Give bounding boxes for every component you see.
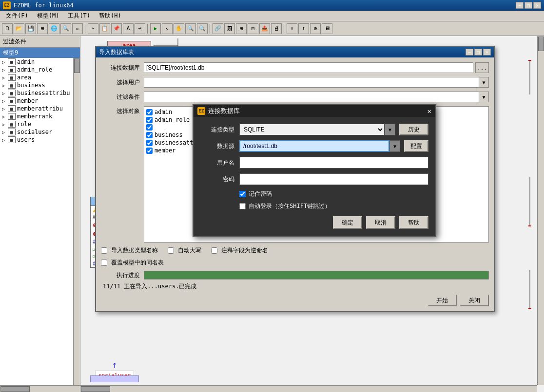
connect-type-arrow[interactable]: ▼ (385, 124, 395, 135)
tree-item-socialuser[interactable]: ▷ ▦ socialuser (0, 128, 73, 136)
tree-item-label: member (17, 97, 38, 104)
canvas-hscrollbar[interactable] (80, 385, 537, 392)
import-close-button[interactable]: 关闭 (460, 295, 489, 306)
tree-item-admin-role[interactable]: ▷ ▦ admin_role (0, 66, 73, 74)
tree-item-businessattribu[interactable]: ▷ ▦ businessattribu (0, 89, 73, 97)
filter-wrapper: ▼ (144, 92, 489, 102)
checkbox-admin-role-input[interactable] (146, 117, 153, 123)
menu-tools[interactable]: 工具(T) (64, 11, 94, 21)
toolbar-new-btn[interactable]: 🗋 (2, 23, 13, 34)
tree-item-admin[interactable]: ▷ ▦ admin (0, 58, 73, 66)
table-icon: ▦ (8, 82, 16, 89)
menu-file[interactable]: 文件(F) (2, 11, 32, 21)
toolbar-save-btn[interactable]: 💾 (25, 23, 36, 34)
cancel-button[interactable]: 取消 (366, 216, 395, 229)
toolbar-link-btn[interactable]: 🔗 (213, 23, 223, 34)
toolbar-undo-btn[interactable]: ↩ (135, 23, 145, 34)
checkbox-business-input[interactable] (146, 132, 153, 138)
import-dialog-min-btn[interactable]: — (466, 49, 473, 56)
toolbar-zoomin-btn[interactable]: 🔍 (185, 23, 196, 34)
tree-item-role[interactable]: ▷ ▦ role (0, 120, 73, 128)
tree-vscroll-thumb[interactable] (74, 58, 80, 73)
toolbar-settings-btn[interactable]: ⚙ (310, 23, 321, 34)
toolbar-zoomout-btn[interactable]: 🔍 (197, 23, 208, 34)
toolbar-import-btn[interactable]: ⬇ (287, 23, 297, 34)
toolbar-grid-btn[interactable]: ⊞ (37, 23, 48, 34)
toolbar-search-btn[interactable]: 🔍 (60, 23, 71, 34)
minimize-button[interactable]: — (516, 2, 524, 9)
tree-header-label: 模型9 (3, 49, 18, 57)
toolbar-cut-btn[interactable]: ✂ (88, 23, 98, 34)
tree-hscroll-thumb[interactable] (0, 386, 30, 392)
toolbar-grid2-btn[interactable]: ⊞ (236, 23, 247, 34)
confirm-button[interactable]: 确定 (333, 216, 362, 229)
filter-dropdown[interactable] (144, 92, 479, 102)
checkbox-member-input[interactable] (146, 148, 153, 154)
connection-db-input[interactable] (144, 62, 473, 73)
tree-item-member[interactable]: ▷ ▦ member (0, 97, 73, 105)
checkbox-empty-input[interactable] (146, 124, 153, 131)
overwrite-checkbox[interactable] (101, 260, 107, 266)
tree-item-memberattribu[interactable]: ▷ ▦ memberattribu (0, 105, 73, 112)
history-button[interactable]: 历史 (399, 124, 428, 135)
toolbar-db-btn[interactable]: 🌐 (49, 23, 59, 34)
auto-login-checkbox[interactable] (239, 203, 246, 209)
username-input[interactable] (239, 157, 428, 168)
toolbar-select-btn[interactable]: ↖ (162, 23, 173, 34)
reverse-name-checkbox[interactable] (211, 247, 217, 254)
tree-item-users[interactable]: ▷ ▦ users (0, 136, 73, 144)
help-button[interactable]: 帮助 (399, 216, 428, 229)
toolbar-layout-btn[interactable]: ⊡ (248, 23, 258, 34)
toolbar-edit-btn[interactable]: ✏ (72, 23, 83, 34)
bottom-options: 导入数据类型名称 自动大写 注释字段为逆命名 覆盖模型中的同 (101, 246, 489, 267)
import-type-checkbox[interactable] (101, 247, 107, 254)
tree-hscrollbar[interactable] (0, 385, 80, 392)
toolbar-monitor-btn[interactable]: 🖥 (322, 23, 332, 34)
filter-arrow[interactable]: ▼ (479, 92, 489, 102)
menu-help[interactable]: 帮助(H) (95, 11, 125, 21)
toolbar-open-btn[interactable]: 📂 (14, 23, 24, 34)
auto-uppercase-row: 自动大写 (168, 246, 201, 255)
auto-uppercase-checkbox[interactable] (168, 247, 174, 254)
start-button[interactable]: 开始 (427, 295, 457, 306)
close-button[interactable]: ✕ (533, 2, 541, 9)
toolbar-img-btn[interactable]: 🖼 (224, 23, 235, 34)
connect-type-dropdown[interactable]: SQLITE (239, 124, 385, 135)
tree-item-area[interactable]: ▷ ▦ area (0, 74, 73, 81)
maximize-button[interactable]: □ (525, 2, 532, 9)
data-source-input[interactable] (239, 140, 389, 152)
toolbar-export2-btn[interactable]: ⬆ (298, 23, 309, 34)
auto-login-label: 自动登录（按住SHIFT键跳过） (249, 202, 330, 210)
password-input[interactable] (239, 173, 428, 185)
menu-model[interactable]: 模型(M) (33, 11, 63, 21)
remember-password-checkbox[interactable] (239, 191, 246, 197)
canvas-vscrollbar[interactable] (537, 36, 544, 385)
canvas-vscroll-thumb[interactable] (538, 37, 544, 51)
toolbar-copy-btn[interactable]: 📋 (99, 23, 110, 34)
tree-vscrollbar[interactable] (73, 58, 80, 385)
select-user-dropdown[interactable] (144, 77, 479, 88)
select-user-arrow[interactable]: ▼ (479, 77, 489, 88)
tree-item-memberrank[interactable]: ▷ ▦ memberrank (0, 112, 73, 120)
toolbar-hand-btn[interactable]: ✋ (174, 23, 184, 34)
tree-item-business[interactable]: ▷ ▦ business (0, 81, 73, 89)
canvas-hscroll-thumb[interactable] (81, 386, 110, 392)
toolbar-paste-btn[interactable]: 📌 (111, 23, 122, 34)
right-connector-lines (527, 36, 537, 392)
toolbar-play-btn[interactable]: ▶ (150, 23, 161, 34)
checkbox-admin-input[interactable] (146, 109, 153, 115)
connect-content: 连接类型 SQLITE ▼ 历史 数据源 ▼ (194, 117, 435, 236)
connect-action-buttons: 确定 取消 帮助 (200, 214, 428, 229)
app-icon: EZ (3, 1, 11, 9)
checkbox-businessattribute-input[interactable] (146, 140, 153, 146)
import-dialog-max-btn[interactable]: □ (474, 49, 482, 56)
toolbar-print-btn[interactable]: 🖨 (271, 23, 282, 34)
config-button[interactable]: 配置 (404, 140, 428, 152)
toolbar-export-btn[interactable]: 📤 (259, 23, 270, 34)
toolbar-font-btn[interactable]: A (123, 23, 134, 34)
separator2 (147, 24, 148, 34)
connect-close-button[interactable]: ✕ (427, 107, 431, 115)
data-source-arrow[interactable]: ▼ (389, 140, 400, 152)
browse-button[interactable]: ... (475, 62, 489, 73)
import-dialog-close-btn[interactable]: ✕ (483, 49, 491, 56)
